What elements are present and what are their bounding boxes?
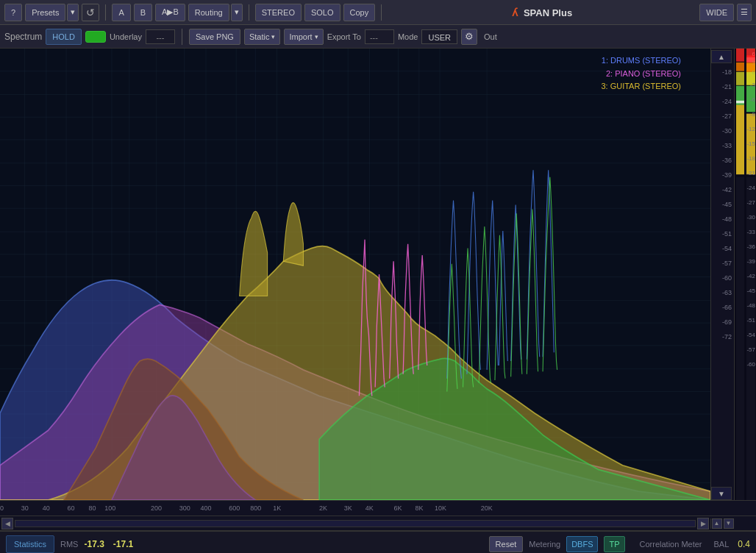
routing-button[interactable]: Routing xyxy=(188,4,229,21)
underlay-value: --- xyxy=(146,29,175,44)
copy-button[interactable]: Copy xyxy=(343,4,376,21)
spectrum-toolbar: Spectrum HOLD Underlay --- Save PNG Stat… xyxy=(0,25,756,49)
db-tick: -24 xyxy=(722,94,732,109)
presets-dropdown[interactable]: ▾ xyxy=(67,4,79,21)
ab-button[interactable]: A▶B xyxy=(155,4,185,21)
freq-labels: 20 30 40 60 80 100 200 300 400 600 800 1… xyxy=(0,501,710,515)
hold-button[interactable]: HOLD xyxy=(46,29,82,45)
svg-rect-59 xyxy=(746,177,755,500)
freq-60: 60 xyxy=(68,504,75,512)
spectrum-label: Spectrum xyxy=(4,32,42,42)
scroll-track[interactable] xyxy=(15,520,696,527)
scroll-right-arrow[interactable]: ▶ xyxy=(697,518,709,529)
freq-4k: 4K xyxy=(365,504,374,512)
legend-guitar: 3: GUITAR (STEREO) xyxy=(601,80,681,93)
svg-rect-50 xyxy=(746,57,755,63)
active-indicator xyxy=(85,31,106,43)
vu-meter: 6 3 0 -3 -6 -9 -12 -15 -18 -21 -24 -27 -… xyxy=(734,49,756,500)
svg-rect-53 xyxy=(746,86,755,112)
routing-dropdown[interactable]: ▾ xyxy=(231,4,243,21)
scroll-down-arrow[interactable]: ▼ xyxy=(711,487,732,500)
svg-rect-55 xyxy=(746,114,755,175)
legend-piano: 2: PIANO (STEREO) xyxy=(601,68,681,81)
freq-300: 300 xyxy=(179,504,190,512)
spectrum-legend: 1: DRUMS (STEREO) 2: PIANO (STEREO) 3: G… xyxy=(601,54,681,93)
question-button[interactable]: ? xyxy=(4,4,22,21)
freq-20k: 20K xyxy=(481,504,493,512)
separator-2 xyxy=(249,4,249,21)
freq-400: 400 xyxy=(201,504,212,512)
gear-button[interactable]: ⚙ xyxy=(461,29,477,45)
rms-value-1: -17.3 xyxy=(84,539,104,549)
svg-rect-51 xyxy=(746,63,755,72)
scroll-inner: ◀ ▶ xyxy=(0,518,710,529)
presets-group: Presets ▾ xyxy=(25,4,79,21)
svg-rect-57 xyxy=(746,55,755,57)
freq-600: 600 xyxy=(229,504,240,512)
wide-button[interactable]: WIDE xyxy=(699,4,734,21)
svg-rect-40 xyxy=(736,49,745,62)
static-arrow: ▾ xyxy=(271,33,275,40)
b-button[interactable]: B xyxy=(134,4,152,21)
svg-rect-56 xyxy=(736,101,745,104)
db-tick: -69 xyxy=(722,315,732,329)
export-label: Export To xyxy=(327,32,361,41)
tp-button[interactable]: TP xyxy=(604,536,624,552)
separator-3 xyxy=(381,4,382,21)
scroll-left-arrow[interactable]: ◀ xyxy=(1,518,13,529)
solo-button[interactable]: SOLO xyxy=(304,4,340,21)
import-label: Import xyxy=(289,32,312,41)
svg-rect-42 xyxy=(736,63,745,71)
freq-80: 80 xyxy=(89,504,96,512)
stereo-button[interactable]: STEREO xyxy=(255,4,302,21)
sep-spec-1 xyxy=(182,29,182,45)
freq-6k: 6K xyxy=(393,504,402,512)
svg-rect-54 xyxy=(736,105,745,174)
spectrum-display[interactable]: 1: DRUMS (STEREO) 2: PIANO (STEREO) 3: G… xyxy=(0,49,710,500)
reset-button[interactable]: Reset xyxy=(489,536,524,552)
static-label: Static xyxy=(249,32,270,41)
correlation-label: Correlation Meter xyxy=(640,540,702,549)
top-toolbar: ? Presets ▾ ↺ A B A▶B Routing ▾ STEREO S… xyxy=(0,0,756,25)
db-tick: -33 xyxy=(722,138,732,153)
statistics-bar: Statistics RMS -17.3 -17.1 Reset Meterin… xyxy=(0,531,756,553)
statistics-tab[interactable]: Statistics xyxy=(6,535,54,553)
stats-top-row: Statistics RMS -17.3 -17.1 Reset Meterin… xyxy=(0,532,756,553)
a-button[interactable]: A xyxy=(112,4,130,21)
scroll-up-arrow[interactable]: ▲ xyxy=(711,50,732,63)
db-tick: -51 xyxy=(722,226,732,241)
import-dropdown[interactable]: Import ▾ xyxy=(284,29,323,45)
db-tick: -21 xyxy=(722,79,732,94)
db-tick: -63 xyxy=(722,285,732,300)
separator-1 xyxy=(105,4,106,21)
db-tick: -45 xyxy=(722,197,732,212)
menu-button[interactable]: ☰ xyxy=(737,4,752,21)
freq-100: 100 xyxy=(104,504,115,512)
freq-20: 20 xyxy=(0,504,4,512)
db-tick: -60 xyxy=(722,271,732,285)
scroll-up-right[interactable]: ▲ xyxy=(712,518,722,529)
freq-1k: 1K xyxy=(273,504,281,512)
refresh-button[interactable]: ↺ xyxy=(82,4,99,21)
freq-10k: 10K xyxy=(435,504,446,512)
db-tick: -72 xyxy=(722,329,732,344)
dbfs-button[interactable]: DBFS xyxy=(566,536,598,552)
freq-8k: 8K xyxy=(415,504,423,512)
rms-label: RMS xyxy=(60,540,78,549)
export-value: --- xyxy=(365,29,394,44)
freq-800: 800 xyxy=(250,504,261,512)
app-title: ʎ SPAN Plus xyxy=(388,7,696,18)
scroll-bar: ◀ ▶ ▲ ▼ xyxy=(0,516,756,531)
db-tick: -27 xyxy=(722,109,732,124)
app-name: SPAN Plus xyxy=(524,7,572,18)
bal-value: 0.4 xyxy=(738,539,750,549)
main-content: 1: DRUMS (STEREO) 2: PIANO (STEREO) 3: G… xyxy=(0,49,756,500)
presets-button[interactable]: Presets xyxy=(25,4,65,21)
static-dropdown[interactable]: Static ▾ xyxy=(244,29,281,45)
scroll-bar-right: ▲ ▼ xyxy=(710,518,734,529)
import-arrow: ▾ xyxy=(315,33,318,40)
scroll-down-right[interactable]: ▼ xyxy=(724,518,734,529)
save-png-button[interactable]: Save PNG xyxy=(189,29,240,45)
out-label: Out xyxy=(484,32,497,41)
svg-rect-52 xyxy=(746,72,755,85)
